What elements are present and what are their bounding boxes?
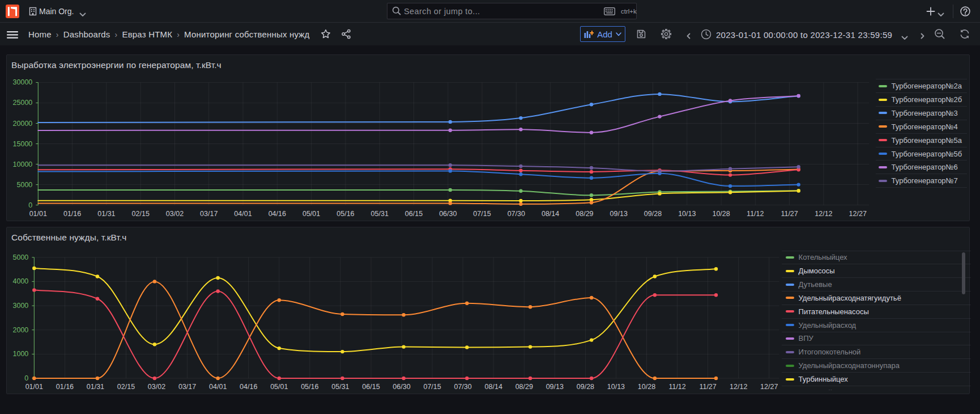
svg-text:07/15: 07/15 — [473, 210, 491, 218]
svg-text:1000: 1000 — [12, 350, 28, 358]
svg-text:03/02: 03/02 — [166, 210, 184, 218]
svg-text:05/01: 05/01 — [270, 383, 288, 391]
svg-text:03/17: 03/17 — [200, 210, 218, 218]
svg-text:06/30: 06/30 — [393, 383, 410, 391]
svg-text:11/27: 11/27 — [699, 383, 716, 391]
svg-text:10/28: 10/28 — [638, 383, 655, 391]
svg-text:02/15: 02/15 — [132, 210, 150, 218]
svg-text:12/27: 12/27 — [760, 383, 778, 391]
svg-text:12/12: 12/12 — [815, 210, 832, 218]
svg-text:01/01: 01/01 — [29, 210, 47, 218]
svg-text:4000: 4000 — [12, 277, 28, 285]
svg-text:04/16: 04/16 — [240, 383, 257, 391]
svg-text:11/27: 11/27 — [781, 210, 798, 218]
svg-text:05/01: 05/01 — [302, 210, 320, 218]
svg-text:12/12: 12/12 — [730, 383, 747, 391]
svg-text:01/01: 01/01 — [25, 383, 43, 391]
svg-text:15000: 15000 — [13, 140, 33, 148]
svg-text:0: 0 — [24, 374, 28, 382]
svg-text:05/31: 05/31 — [371, 210, 389, 218]
svg-text:08/29: 08/29 — [576, 210, 593, 218]
svg-text:20000: 20000 — [13, 120, 33, 128]
svg-text:09/13: 09/13 — [546, 383, 564, 391]
svg-text:11/12: 11/12 — [668, 383, 685, 391]
svg-text:30000: 30000 — [13, 78, 33, 86]
svg-text:04/16: 04/16 — [269, 210, 286, 218]
svg-text:01/31: 01/31 — [87, 383, 104, 391]
svg-text:01/16: 01/16 — [63, 210, 81, 218]
svg-text:10/28: 10/28 — [712, 210, 730, 218]
svg-text:07/15: 07/15 — [423, 383, 441, 391]
svg-text:11/12: 11/12 — [747, 210, 764, 218]
svg-text:03/17: 03/17 — [178, 383, 196, 391]
svg-text:04/01: 04/01 — [234, 210, 252, 218]
svg-text:05/16: 05/16 — [301, 383, 318, 391]
svg-text:01/16: 01/16 — [56, 383, 74, 391]
svg-text:25000: 25000 — [13, 99, 33, 107]
svg-text:12/27: 12/27 — [849, 210, 867, 218]
svg-text:04/01: 04/01 — [209, 383, 227, 391]
svg-text:01/31: 01/31 — [97, 210, 115, 218]
svg-text:10000: 10000 — [13, 160, 33, 168]
svg-text:5000: 5000 — [12, 254, 28, 261]
svg-text:06/15: 06/15 — [362, 383, 380, 391]
svg-text:08/14: 08/14 — [485, 383, 502, 391]
svg-text:3000: 3000 — [12, 302, 28, 310]
svg-text:10/13: 10/13 — [678, 210, 696, 218]
svg-text:09/28: 09/28 — [577, 383, 594, 391]
svg-text:02/15: 02/15 — [117, 383, 135, 391]
svg-text:2000: 2000 — [12, 326, 28, 334]
svg-text:08/29: 08/29 — [515, 383, 533, 391]
svg-text:05/31: 05/31 — [331, 383, 349, 391]
svg-text:08/14: 08/14 — [542, 210, 559, 218]
svg-text:0: 0 — [28, 201, 32, 209]
svg-text:09/13: 09/13 — [610, 210, 628, 218]
svg-text:10/13: 10/13 — [607, 383, 625, 391]
svg-text:07/30: 07/30 — [508, 210, 525, 218]
svg-text:07/30: 07/30 — [454, 383, 471, 391]
svg-text:09/28: 09/28 — [644, 210, 662, 218]
svg-text:03/02: 03/02 — [148, 383, 165, 391]
svg-text:06/15: 06/15 — [405, 210, 423, 218]
svg-text:5000: 5000 — [16, 181, 32, 189]
svg-text:05/16: 05/16 — [336, 210, 354, 218]
svg-text:06/30: 06/30 — [439, 210, 457, 218]
